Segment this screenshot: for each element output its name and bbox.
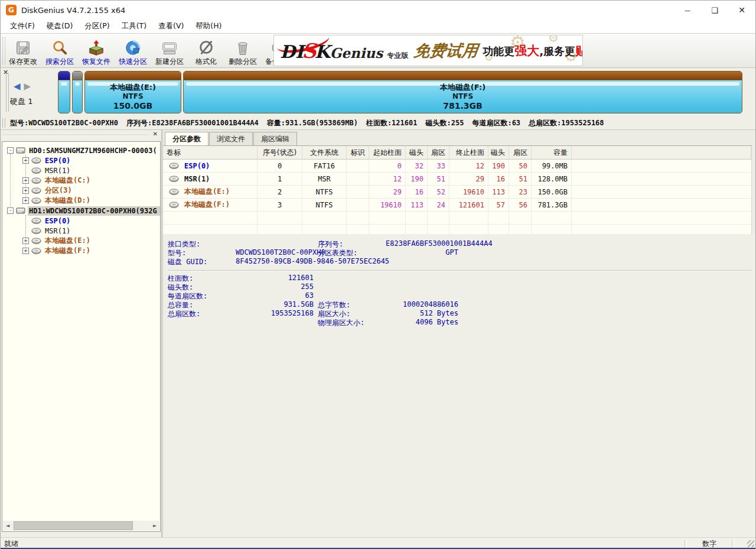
table-row[interactable]: 本地磁盘(F:)3NTFS19610113241216015756781.3GB: [163, 199, 751, 212]
scrollbar-thumb[interactable]: [14, 521, 133, 530]
menu-item-5[interactable]: 帮助(H): [190, 20, 227, 33]
cell-volume: 本地磁盘(F:): [163, 199, 258, 211]
expand-icon[interactable]: +: [22, 197, 29, 204]
tree-item-本地磁盘(F:)[interactable]: +本地磁盘(F:): [2, 246, 160, 256]
minimize-button[interactable]: [674, 1, 701, 20]
left-panel: -HD0:SAMSUNGMZ7LM960HCHP-00003(+ESP(0)MS…: [1, 130, 162, 537]
toolbar-new-button[interactable]: 新建分区: [152, 35, 187, 67]
column-header[interactable]: 文件系统: [302, 146, 347, 159]
save-icon: [14, 39, 32, 57]
promo-banner[interactable]: DISKGenius 专业版 免费试用 功能更强大,服务更贴心: [273, 35, 583, 66]
tree-panel-close-icon[interactable]: [153, 131, 158, 137]
menu-item-1[interactable]: 硬盘(D): [41, 20, 79, 33]
toolbar-save-button[interactable]: 保存更改: [5, 35, 41, 67]
cell-cap: 150.0GB: [532, 186, 572, 198]
column-header[interactable]: 序号(状态): [258, 146, 302, 159]
column-header[interactable]: 标识: [347, 146, 369, 159]
menu-item-2[interactable]: 分区(P): [79, 20, 115, 33]
close-button[interactable]: [728, 1, 755, 20]
partition-icon: [31, 167, 41, 174]
tab-partition-params[interactable]: 分区参数: [165, 132, 208, 146]
column-header[interactable]: 容量: [532, 146, 572, 159]
tree-item-label: HD1:WDCWDS100T2B0C-00PXH0(932G: [28, 206, 160, 216]
column-header[interactable]: 起始柱面: [369, 146, 406, 159]
menu-item-4[interactable]: 查看(V): [152, 20, 190, 33]
detail-row: 磁头数:255: [168, 283, 756, 292]
cell-tag: [347, 173, 369, 185]
table-row[interactable]: MSR(1)1MSR1219051291651128.0MB: [163, 173, 751, 186]
partition-icon: [31, 228, 41, 235]
toolbar-search-button[interactable]: 搜索分区: [42, 35, 77, 67]
column-header[interactable]: 磁头: [488, 146, 509, 159]
resize-grip[interactable]: [747, 540, 754, 547]
tree-item-MSR(1)[interactable]: MSR(1): [2, 226, 160, 236]
tree-item-MSR(1)[interactable]: MSR(1): [2, 165, 160, 176]
tree-item-本地磁盘(D:)[interactable]: +本地磁盘(D:): [2, 196, 160, 206]
tree-item-HD0:SAMSUNGMZ7LM960HCHP-00003([interactable]: -HD0:SAMSUNGMZ7LM960HCHP-00003(: [2, 145, 160, 155]
toolbar-format-button[interactable]: 格式化: [188, 35, 224, 67]
cell-eh: 190: [488, 160, 509, 172]
tab-browse-files[interactable]: 浏览文件: [209, 132, 253, 145]
tree-item-HD1:WDCWDS100T2B0C-00PXH0(932G[interactable]: -HD1:WDCWDS100T2B0C-00PXH0(932G: [2, 206, 160, 216]
partition-icon: [169, 189, 179, 196]
brand-genius: Genius: [330, 45, 383, 61]
column-header[interactable]: 卷标: [163, 146, 258, 159]
info-bar-grip[interactable]: [2, 118, 5, 128]
expand-icon[interactable]: +: [22, 187, 29, 194]
column-header[interactable]: 磁头: [406, 146, 428, 159]
expand-icon[interactable]: +: [22, 248, 29, 254]
table-empty-row: [163, 212, 751, 225]
tree-item-label: ESP(0): [44, 156, 71, 165]
disk-info-item: 每道扇区数:63: [472, 118, 520, 128]
panel-grip[interactable]: [6, 73, 9, 112]
toolbar-delete-button[interactable]: 删除分区: [225, 35, 260, 67]
maximize-button[interactable]: [701, 1, 728, 20]
toolbar-recover-button[interactable]: 恢复文件: [79, 35, 114, 67]
menu-item-0[interactable]: 文件(F): [4, 20, 41, 33]
prev-disk-button[interactable]: [14, 81, 21, 92]
cell-no: 2: [258, 186, 302, 198]
partition-block-msr[interactable]: [72, 71, 83, 113]
disk-info-item: 型号:WDCWDS100T2B0C-00PXH0: [10, 118, 118, 128]
toolbar-quick-button[interactable]: 快速分区: [115, 35, 151, 67]
tree-horizontal-scrollbar[interactable]: [3, 521, 159, 531]
detail-label: 物理扇区大小:: [318, 318, 386, 328]
table-row[interactable]: ESP(0)0FAT1603233121905099.0MB: [163, 160, 751, 173]
cell-fs: FAT16: [302, 160, 347, 172]
title-bar: DiskGenius V4.7.2.155 x64: [1, 1, 755, 20]
cell-ss: 51: [428, 173, 449, 185]
tree-item-ESP(0)[interactable]: ESP(0): [2, 216, 160, 226]
disk-label: 硬盘 1: [10, 96, 32, 107]
cell-sc: 12: [369, 173, 406, 185]
detail-row: 型号:WDCWDS100T2B0C-00PXH0分区表类型:GPT: [168, 249, 756, 258]
partition-block-本地磁盘(E:)[interactable]: 本地磁盘(E:)NTFS150.0GB: [84, 71, 181, 113]
scroll-right-icon[interactable]: [150, 523, 159, 528]
detail-label: 总扇区数:: [168, 309, 236, 319]
column-header[interactable]: 终止柱面: [449, 146, 488, 159]
column-header[interactable]: 扇区: [509, 146, 532, 159]
tree-item-label: 本地磁盘(F:): [44, 245, 92, 256]
expand-icon[interactable]: +: [22, 177, 29, 184]
collapse-icon[interactable]: -: [7, 207, 14, 214]
tree-item-本地磁盘(E:)[interactable]: +本地磁盘(E:): [2, 236, 160, 246]
menu-item-3[interactable]: 工具(T): [116, 20, 152, 33]
partition-block-esp[interactable]: [58, 71, 70, 113]
cell-no: 3: [258, 199, 302, 211]
collapse-icon[interactable]: -: [7, 147, 14, 154]
cell-sc: 0: [369, 160, 406, 172]
partition-block-本地磁盘(F:)[interactable]: 本地磁盘(F:)NTFS781.3GB: [183, 71, 742, 113]
cell-es: 23: [509, 186, 532, 198]
column-header[interactable]: 扇区: [428, 146, 449, 159]
cell-eh: 57: [488, 199, 509, 211]
tree-item-ESP(0)[interactable]: +ESP(0): [2, 155, 160, 165]
brand-edition: 专业版: [387, 51, 408, 60]
tree-item-分区(3)[interactable]: +分区(3): [2, 186, 160, 196]
scroll-left-icon[interactable]: [3, 523, 12, 528]
next-disk-button[interactable]: [24, 81, 31, 92]
expand-icon[interactable]: +: [22, 238, 29, 244]
table-row[interactable]: 本地磁盘(E:)2NTFS2916521961011323150.0GB: [163, 186, 751, 199]
tree-item-本地磁盘(C:)[interactable]: +本地磁盘(C:): [2, 176, 160, 186]
expand-icon[interactable]: +: [22, 157, 29, 164]
format-icon: [197, 39, 215, 57]
tab-sector-edit[interactable]: 扇区编辑: [253, 132, 297, 145]
